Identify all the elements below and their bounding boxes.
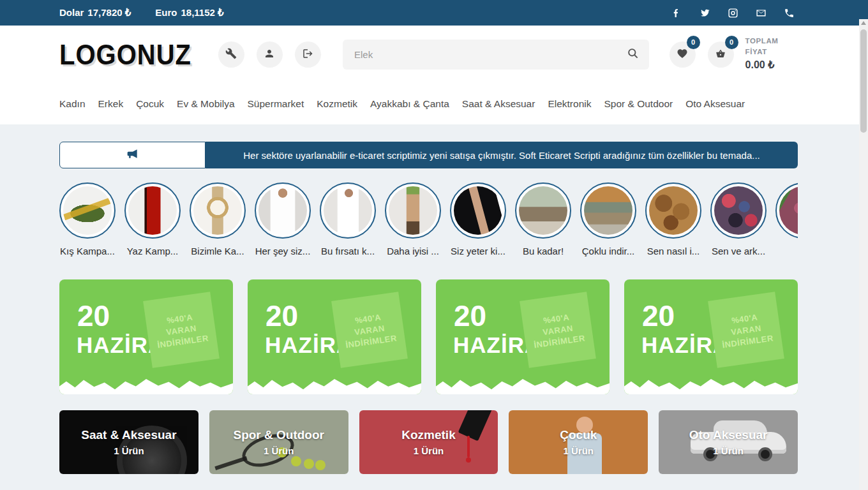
social-links xyxy=(671,8,795,19)
twitter-icon[interactable] xyxy=(700,8,710,19)
patio-furniture-photo xyxy=(519,186,567,235)
dolar-value: 17,7820 ₺ xyxy=(87,7,131,19)
banner-day: 20 xyxy=(77,301,110,330)
banner-day: 20 xyxy=(454,301,486,330)
campaign-item[interactable]: Bu kadar! xyxy=(515,182,571,256)
nav-item-saat-aksesuar[interactable]: Saat & Aksesuar xyxy=(462,98,535,110)
nav-item-erkek[interactable]: Erkek xyxy=(98,98,124,110)
promo-banner[interactable]: 20 HAZİRAN %40'A VARAN İNDİRİMLER xyxy=(248,279,421,394)
nav-item-cocuk[interactable]: Çocuk xyxy=(136,98,164,110)
logout-button[interactable] xyxy=(295,41,321,68)
campaign-item[interactable]: Bu fırsatı k... xyxy=(320,182,376,256)
campaign-ring xyxy=(645,182,701,239)
torn-edge xyxy=(436,376,610,394)
campaign-item[interactable]: Yaz Kamp... xyxy=(124,182,181,256)
car-wheel xyxy=(758,447,772,461)
total-price-label: TOPLAM FİYAT xyxy=(745,36,798,58)
campaign-ring xyxy=(59,182,116,239)
campaign-item[interactable]: Daha iyisi ... xyxy=(385,182,441,256)
card-count: 1 Ürün xyxy=(564,445,594,456)
category-card-kozmetik[interactable]: Kozmetik 1 Ürün xyxy=(359,410,498,474)
tennis-ball xyxy=(304,459,314,469)
campaign-ring xyxy=(515,182,571,239)
campaign-item[interactable]: Sen ve ark... xyxy=(710,182,767,256)
card-count: 1 Ürün xyxy=(414,445,444,456)
category-card-oto-aksesuar[interactable]: Oto Aksesuar 1 Ürün xyxy=(659,410,798,474)
email-icon[interactable] xyxy=(756,8,767,19)
nav-item-ayakkabi-canta[interactable]: Ayakkabı & Çanta xyxy=(370,98,449,110)
euro-rate: Euro 18,1152 ₺ xyxy=(155,7,223,19)
user-icon xyxy=(264,48,275,61)
nav-item-elektronik[interactable]: Elektronik xyxy=(548,98,591,110)
campaign-label: Bu kadar! xyxy=(515,246,571,256)
campaign-item[interactable]: Bu xyxy=(775,182,798,256)
nail-polish-brush-photo xyxy=(458,410,493,441)
category-card-saat-aksesuar[interactable]: Saat & Aksesuar 1 Ürün xyxy=(59,410,198,474)
campaign-item[interactable]: Her şey siz... xyxy=(255,182,311,256)
campaign-item[interactable]: Bizimle Ka... xyxy=(190,182,246,256)
badge-line: %40'A xyxy=(542,312,570,325)
facebook-icon[interactable] xyxy=(671,8,682,19)
promo-banner[interactable]: 20 HAZİRAN %40'A VARAN İNDİRİMLER xyxy=(59,279,233,394)
total-price-value: 0.00 ₺ xyxy=(745,57,798,73)
campaign-item[interactable]: Çoklu indir... xyxy=(580,182,636,256)
discount-badge: %40'A VARAN İNDİRİMLER xyxy=(143,292,220,368)
badge-line: %40'A xyxy=(166,312,193,325)
campaign-ring xyxy=(450,182,506,239)
page-scrollbar[interactable] xyxy=(859,19,868,490)
site-logo[interactable]: LOGONUZ xyxy=(59,38,191,70)
nav-item-spor-outdoor[interactable]: Spor & Outdoor xyxy=(604,98,673,110)
category-cards: Saat & Aksesuar 1 Ürün Spor & Outdoor 1 … xyxy=(59,410,798,474)
announcement-bar[interactable]: Her sektöre uyarlanabilir e-ticaret scri… xyxy=(59,142,798,168)
discount-badge: %40'A VARAN İNDİRİMLER xyxy=(520,292,596,368)
category-card-cocuk[interactable]: Çocuk 1 Ürün xyxy=(509,410,648,474)
nav-item-kadin[interactable]: Kadın xyxy=(59,98,86,110)
instagram-icon[interactable] xyxy=(728,8,738,19)
campaign-label: Kış Kampa... xyxy=(59,246,116,256)
torn-edge xyxy=(248,376,421,394)
settings-button[interactable] xyxy=(218,41,244,68)
campaign-label: Bizimle Ka... xyxy=(190,246,246,256)
nav-item-oto-aksesuar[interactable]: Oto Aksesuar xyxy=(685,98,745,110)
nav-item-supermarket[interactable]: Süpermarket xyxy=(248,98,304,110)
promo-banner[interactable]: 20 HAZİRAN %40'A VARAN İNDİRİMLER xyxy=(436,279,610,394)
card-title: Kozmetik xyxy=(401,428,455,442)
euro-value: 18,1152 ₺ xyxy=(181,7,223,19)
search-button[interactable] xyxy=(627,47,639,61)
sneaker-photo xyxy=(63,186,112,235)
card-title: Oto Aksesuar xyxy=(689,428,768,442)
promo-banner[interactable]: 20 HAZİRAN %40'A VARAN İNDİRİMLER xyxy=(624,279,798,394)
basket-icon xyxy=(715,48,726,61)
campaign-label: Bu xyxy=(775,246,798,256)
banner-day: 20 xyxy=(642,301,675,330)
category-card-spor-outdoor[interactable]: Spor & Outdoor 1 Ürün xyxy=(209,410,348,474)
campaign-item[interactable]: Sen nasıl i... xyxy=(645,182,701,256)
gold-watch-photo xyxy=(193,186,242,235)
campaign-item[interactable]: Siz yeter ki... xyxy=(450,182,506,256)
announcement-icon-box xyxy=(59,142,206,168)
man-tshirt-photo xyxy=(258,186,307,235)
header-quick-actions xyxy=(218,41,321,68)
campaign-ring xyxy=(775,182,798,239)
card-title: Saat & Aksesuar xyxy=(81,428,176,442)
dolar-rate: Dolar 17,7820 ₺ xyxy=(59,7,131,19)
phone-icon[interactable] xyxy=(784,8,795,19)
card-count: 1 Ürün xyxy=(114,445,144,456)
heart-icon xyxy=(677,48,688,61)
card-count: 1 Ürün xyxy=(264,445,294,456)
currency-rates: Dolar 17,7820 ₺ Euro 18,1152 ₺ xyxy=(59,7,224,19)
cosmetic-product-photo xyxy=(389,186,437,235)
campaign-item[interactable]: Kış Kampa... xyxy=(59,182,116,256)
campaign-ring xyxy=(124,182,181,239)
campaign-ring xyxy=(385,182,441,239)
campaign-carousel: Kış Kampa... Yaz Kamp... Bizimle Ka... H… xyxy=(59,182,798,256)
scrollbar-up-arrow-icon[interactable] xyxy=(861,21,866,25)
cart-total: TOPLAM FİYAT 0.00 ₺ xyxy=(745,36,798,73)
account-button[interactable] xyxy=(257,41,283,68)
scrollbar-thumb[interactable] xyxy=(860,29,867,133)
badge-line: İNDİRİMLER xyxy=(156,333,209,350)
cart-count-badge: 0 xyxy=(725,36,738,49)
nav-item-ev-mobilya[interactable]: Ev & Mobilya xyxy=(177,98,234,110)
nav-item-kozmetik[interactable]: Kozmetik xyxy=(317,98,357,110)
search-input[interactable] xyxy=(354,49,627,60)
